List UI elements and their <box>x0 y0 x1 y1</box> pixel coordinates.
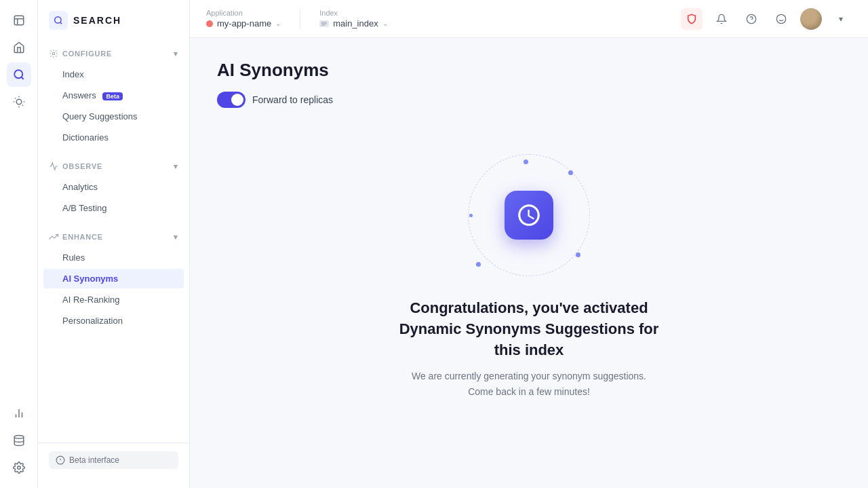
rail-icon-clock[interactable] <box>7 8 31 33</box>
beta-interface-label: Beta interface <box>69 455 119 465</box>
index-select[interactable]: main_index ⌄ <box>319 18 388 29</box>
forward-replicas-label: Forward to replicas <box>252 94 333 105</box>
user-avatar[interactable] <box>800 8 822 30</box>
sidebar-item-dictionaries[interactable]: Dictionaries <box>43 128 184 147</box>
section-observe[interactable]: OBSERVE ▾ <box>38 156 189 176</box>
svg-point-27 <box>776 14 785 23</box>
beta-interface-button[interactable]: Beta interface <box>49 451 178 469</box>
configure-label: CONFIGURE <box>62 50 112 58</box>
rail-icon-search[interactable] <box>7 62 31 87</box>
sidebar-item-answers[interactable]: Answers Beta <box>43 86 184 105</box>
application-value: my-app-name <box>217 18 271 29</box>
congrats-subtitle: We are currently generating your synonym… <box>400 369 658 399</box>
rail-icon-home[interactable] <box>7 35 31 60</box>
index-icon <box>319 20 329 27</box>
emoji-icon[interactable] <box>770 8 792 30</box>
forward-replicas-toggle[interactable] <box>217 92 245 108</box>
icon-rail <box>0 0 38 488</box>
svg-point-15 <box>55 17 61 23</box>
page-title: AI Synonyms <box>217 60 841 81</box>
index-chevron-icon: ⌄ <box>382 20 388 27</box>
enhance-label: ENHANCE <box>62 233 103 241</box>
sidebar-item-rules[interactable]: Rules <box>43 248 184 267</box>
sidebar: SEARCH CONFIGURE ▾ Index Answers Beta Qu… <box>38 0 190 488</box>
sidebar-item-analytics[interactable]: Analytics <box>43 177 184 197</box>
content-area: AI Synonyms Forward to replicas <box>190 38 868 488</box>
answers-beta-badge: Beta <box>102 92 123 100</box>
configure-chevron: ▾ <box>174 50 178 58</box>
index-label: Index <box>319 9 388 17</box>
logo-icon <box>49 11 68 30</box>
rail-icon-database[interactable] <box>7 428 31 453</box>
center-timer-icon <box>505 191 553 240</box>
rail-icon-settings[interactable] <box>7 455 31 480</box>
enhance-chevron: ▾ <box>174 233 178 242</box>
svg-point-14 <box>17 466 20 470</box>
svg-point-3 <box>16 99 22 105</box>
orbit-dot-3 <box>476 262 481 267</box>
orbit-dot-2 <box>568 170 573 175</box>
svg-line-7 <box>22 105 22 106</box>
sidebar-item-index[interactable]: Index <box>43 64 184 84</box>
index-selector[interactable]: Index main_index ⌄ <box>319 9 388 29</box>
topbar-icons: ▾ <box>681 8 852 30</box>
main-area: Application my-app-name ⌄ Index main_ind… <box>190 0 868 488</box>
sidebar-item-ai-re-ranking[interactable]: AI Re-Ranking <box>43 290 184 309</box>
application-selector[interactable]: Application my-app-name ⌄ <box>206 9 281 29</box>
rail-icon-chart[interactable] <box>7 401 31 426</box>
sidebar-item-personalization[interactable]: Personalization <box>43 311 184 331</box>
topbar: Application my-app-name ⌄ Index main_ind… <box>190 0 868 38</box>
orbit-dot-4 <box>576 252 580 257</box>
svg-line-6 <box>15 98 16 98</box>
svg-point-13 <box>14 436 24 439</box>
observe-chevron: ▾ <box>174 162 178 171</box>
section-configure[interactable]: CONFIGURE ▾ <box>38 43 189 64</box>
illustration-circle <box>468 154 590 276</box>
forward-to-replicas-row: Forward to replicas <box>217 92 841 108</box>
user-menu-chevron-icon[interactable]: ▾ <box>830 8 852 30</box>
bell-icon[interactable] <box>711 8 732 30</box>
application-label: Application <box>206 9 281 17</box>
shield-icon[interactable] <box>681 8 703 30</box>
svg-point-17 <box>52 52 55 55</box>
sidebar-item-ab-testing[interactable]: A/B Testing <box>43 198 184 218</box>
sidebar-bottom: Beta interface <box>38 443 189 477</box>
congrats-title: Congratulations, you've activated Dynami… <box>387 298 671 360</box>
orbit-dot-1 <box>524 159 528 164</box>
sidebar-item-ai-synonyms[interactable]: AI Synonyms <box>43 269 184 288</box>
logo-text: SEARCH <box>73 15 121 26</box>
app-color-dot <box>206 20 213 27</box>
topbar-divider <box>300 10 300 29</box>
sidebar-item-query-suggestions[interactable]: Query Suggestions <box>43 107 184 126</box>
illustration-section: Congratulations, you've activated Dynami… <box>217 140 841 399</box>
svg-line-2 <box>21 77 23 79</box>
sidebar-logo: SEARCH <box>38 11 189 43</box>
svg-point-1 <box>14 70 22 78</box>
orbit-dot-5 <box>469 214 473 217</box>
application-chevron-icon: ⌄ <box>275 20 281 27</box>
application-select[interactable]: my-app-name ⌄ <box>206 18 281 29</box>
help-icon[interactable] <box>741 8 762 30</box>
index-value: main_index <box>333 18 378 29</box>
observe-label: OBSERVE <box>62 162 102 170</box>
section-enhance[interactable]: ENHANCE ▾ <box>38 227 189 247</box>
rail-icon-bulb[interactable] <box>7 90 31 114</box>
svg-rect-0 <box>14 16 24 25</box>
svg-line-16 <box>60 22 62 24</box>
